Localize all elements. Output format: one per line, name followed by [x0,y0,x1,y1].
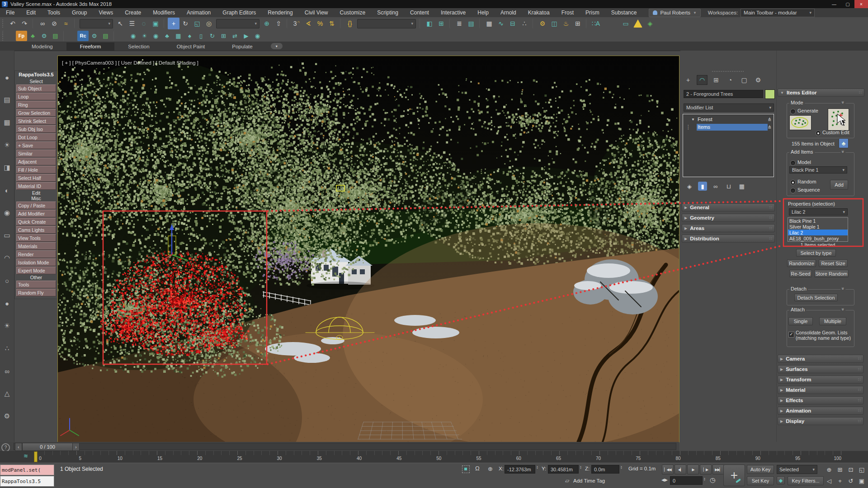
display-tab[interactable]: ▢ [739,75,750,85]
minimize-button[interactable]: — [827,0,841,8]
collapse-chevron-icon[interactable]: » [840,150,845,153]
set-key-button[interactable]: Set Key [747,476,774,485]
camera-lister-icon[interactable]: ◉ [150,31,161,41]
prev-frame-button[interactable]: ◀▏ [675,465,686,474]
menu-item[interactable]: Animation [181,8,217,17]
sun-icon[interactable]: ☀ [1,320,13,332]
rollout-header[interactable]: ▶Geometry∷ [682,214,775,222]
half-sphere-icon[interactable]: ◐ [1,184,13,196]
snap-toggle-icon[interactable]: 3 [291,18,302,29]
randomize-button[interactable]: Randomize [787,259,816,267]
rollout-header[interactable]: ▶Areas∷ [682,224,775,232]
menu-item[interactable]: Arnold [495,8,522,17]
tree-props-icon[interactable]: ▦ [173,31,184,41]
card-icon[interactable]: ▭ [1,230,13,241]
window-crossing-icon[interactable]: ▣ [150,18,161,29]
rollout-header[interactable]: ▶Surfaces∷ [778,365,863,373]
time-configuration-icon[interactable]: ◷ [710,476,715,483]
ribbon-tab[interactable]: Object Paint [163,42,219,51]
menu-item[interactable]: Views [93,8,119,17]
model-dropdown[interactable]: Black Pine 1 [789,166,847,174]
ribbon-toggle-icon[interactable]: ▦ [483,18,495,29]
select-manipulate-icon[interactable]: ⊕ [261,18,273,29]
current-frame-field[interactable]: 0 [670,476,703,485]
select-scale-icon[interactable]: ◱ [191,18,203,29]
material-card-icon[interactable]: ▯ [195,31,207,41]
y-spinner[interactable]: ▲▼ [580,465,582,469]
pyramid-icon[interactable]: △ [1,388,13,399]
menu-item[interactable]: Krakatoa [522,8,556,17]
go-end-button[interactable]: ▶▶▏ [712,465,724,474]
select-by-type-button[interactable]: Select by type [796,249,836,257]
layer-grid-icon[interactable]: ⊞ [218,31,229,41]
render-setup-icon[interactable]: ⚙ [537,18,548,29]
y-coordinate-field[interactable]: 30.4581m [548,465,579,474]
reseed-button[interactable]: Re-Seed [789,270,812,277]
camera-plus-icon[interactable]: ◉ [252,31,263,41]
items-editor-header[interactable]: ▼Items Editor∷ [778,89,864,99]
scene-script-icon[interactable]: ∴ [519,18,530,29]
select-region-icon[interactable]: ◌ [138,18,150,29]
key-mode-icon[interactable]: ≋ [24,453,28,459]
modifier-list-dropdown[interactable]: Modifier List [684,103,774,112]
edit-named-sets-icon[interactable]: {} [344,18,356,29]
model-label[interactable]: Model [797,160,811,165]
attach-multiple-button[interactable]: Multiple [819,317,846,325]
tree-view-toggle-button[interactable]: ♣ [839,138,849,148]
maximize-viewport-icon[interactable]: ▣ [856,476,867,486]
random-radio[interactable] [790,180,796,185]
grid-autogrid-icon[interactable]: ∷A [590,18,602,29]
unlink-icon[interactable]: ⊘ [48,18,60,29]
menu-item[interactable]: Content [404,8,435,17]
absolute-mode-icon[interactable]: ⊕ [488,465,493,472]
spheres-icon[interactable]: ∞ [1,365,13,377]
selection-lock-icon[interactable]: Ω [475,465,480,472]
menu-item[interactable]: Substance [605,8,643,17]
scene-explorer-icon[interactable]: ≣ [453,18,465,29]
remove-modifier-icon[interactable]: ⊔ [724,182,733,191]
pivot-center-icon[interactable]: ◎ [203,18,215,29]
user-account-menu[interactable]: Paul Roberts ▼ [649,9,700,17]
dropdown-option[interactable]: Black Pine 1 [788,218,848,224]
properties-dropdown[interactable]: Lilac 2 [789,208,848,216]
generate-thumbnail[interactable] [789,115,811,130]
curve-editor-icon[interactable]: ∿ [495,18,507,29]
menu-item[interactable]: Customize [334,8,372,17]
store-random-button[interactable]: Store Random [814,270,849,277]
random-label[interactable]: Random [797,179,816,184]
configure-modifier-sets-icon[interactable]: ▦ [737,182,746,191]
selection-filter-dropdown[interactable] [80,19,113,28]
zoom-extents-icon[interactable]: ⊡ [845,465,856,474]
go-start-button[interactable]: ▏◀◀ [662,465,674,474]
auto-key-button[interactable]: Auto Key [747,465,774,474]
keyboard-override-icon[interactable]: ⇧ [273,18,284,29]
mirror-icon[interactable]: ◧ [424,18,435,29]
frame-step-icon[interactable]: ◀▶ [661,478,668,482]
projector-icon[interactable]: ◨ [1,162,13,174]
rendered-frame-icon[interactable]: ◫ [548,18,560,29]
panel-icon[interactable]: ▦ [1,117,13,128]
menu-item[interactable]: Help [472,8,495,17]
command-panel-grip[interactable] [712,71,744,74]
menu-item[interactable]: Edit [20,8,42,17]
ribbon-tab[interactable]: Populate [218,42,266,51]
utilities-tab[interactable]: ⚙ [753,75,764,85]
modify-tab[interactable]: ◠ [697,75,708,85]
menu-item[interactable]: Frost [556,8,580,17]
custom-edit-radio[interactable] [816,131,821,136]
fov-icon[interactable]: ◁ [824,476,835,486]
sequence-label[interactable]: Sequence [797,187,820,192]
add-button[interactable]: Add [830,180,848,190]
dropdown-option[interactable]: AE18_009_bush_proxy [788,235,848,241]
pin-stack-icon[interactable]: ◈ [685,182,694,191]
create-tab[interactable]: + [683,75,693,85]
node-icon[interactable]: ⋔ [768,124,772,130]
railclone-lister-icon[interactable]: ▤ [100,31,111,41]
isolate-selection-icon[interactable] [462,465,470,473]
teapot-icon[interactable]: ● [1,297,13,309]
video-camera-icon[interactable]: ◉ [1,207,13,219]
reference-coordinate-dropdown[interactable] [216,19,259,28]
consolidate-checkbox[interactable]: ✓ [788,332,794,338]
color-layers-icon[interactable]: ◈ [644,18,656,29]
viewport[interactable] [58,56,679,442]
